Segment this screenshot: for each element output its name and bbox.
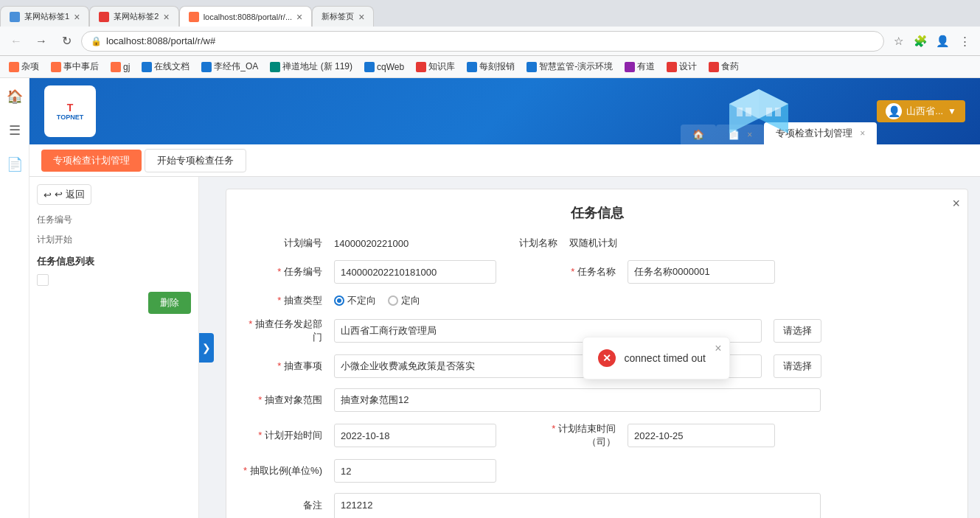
back-button[interactable]: ↩ ↩ 返回	[37, 184, 91, 205]
check-item-select-button[interactable]: 请选择	[774, 354, 821, 378]
table-checkbox-header[interactable]	[37, 274, 49, 286]
menu-icon[interactable]: ⋮	[955, 32, 974, 51]
value-plan-name: 双随机计划	[569, 237, 617, 250]
bookmark-youdao[interactable]: 有道	[622, 59, 658, 74]
label-check-type: * 抽查类型	[241, 294, 322, 307]
form-row-plan: 计划编号 14000020221000 计划名称 双随机计划	[241, 237, 953, 250]
input-notes[interactable]: 121212	[334, 493, 821, 518]
radio-budingxiang[interactable]: 不定向	[334, 294, 376, 307]
browser-bookmarks: 杂项 事中事后 gj 在线文档 李经伟_OA 禅道地址 (新 119) cqWe…	[0, 56, 980, 78]
sidebar-icon-doc[interactable]: 📄	[4, 153, 26, 175]
top-nav: T TOPNET 🏠 📄 × 专项检查计划管理 ×	[29, 78, 980, 144]
bookmark-icon-cqweb	[364, 62, 375, 72]
error-toast: × ✕ connect timed out	[583, 337, 730, 379]
form-row-time: * 计划开始时间 * 计划结束时间（司）	[241, 422, 953, 449]
label-notes: 备注	[241, 493, 322, 512]
star-icon[interactable]: ☆	[889, 32, 908, 51]
bookmark-zhihui[interactable]: 智慧监管-演示环境	[524, 59, 616, 74]
tab-label-1: 某网站标签1	[24, 11, 69, 22]
dept-select-button[interactable]: 请选择	[774, 319, 821, 343]
extensions-icon[interactable]: 🧩	[911, 32, 930, 51]
input-target-range[interactable]	[334, 388, 821, 412]
bookmark-zhishi[interactable]: 知识库	[413, 59, 458, 74]
browser-chrome: 某网站标签1 × 某网站标签2 × localhost:8088/portal/…	[0, 0, 980, 78]
required-star-et: *	[552, 423, 555, 434]
radio-circle-selected	[334, 295, 344, 306]
user-icon: 👤	[886, 103, 902, 119]
reload-button[interactable]: ↻	[56, 31, 77, 52]
bookmark-cqweb[interactable]: cqWeb	[361, 60, 407, 74]
input-task-number[interactable]	[334, 260, 496, 284]
tab-close-1[interactable]: ×	[74, 11, 80, 23]
bookmark-icon-shiyao	[709, 62, 719, 72]
user-area[interactable]: 👤 山西省... ▼	[877, 100, 965, 122]
tab-close-2[interactable]: ×	[163, 11, 169, 23]
browser-tab-3[interactable]: localhost:8088/portal/r/... ×	[179, 6, 313, 27]
bookmark-wenzhang[interactable]: 在线文档	[139, 59, 192, 74]
bookmark-shiyao[interactable]: 食药	[706, 59, 742, 74]
required-star-tr: *	[258, 394, 262, 405]
radio-circle-unselected	[388, 295, 398, 306]
sub-nav-btn-jihua[interactable]: 专项检查计划管理	[41, 150, 142, 172]
forward-button[interactable]: →	[31, 31, 52, 52]
active-tab-close[interactable]: ×	[860, 128, 865, 139]
input-task-name[interactable]	[628, 260, 775, 284]
tab-close-4[interactable]: ×	[358, 11, 364, 23]
tab-favicon-1	[10, 12, 20, 22]
sub-nav-btn-kaishi[interactable]: 开始专项检查任务	[145, 149, 246, 172]
browser-tab-4[interactable]: 新标签页 ×	[312, 6, 374, 27]
required-star: *	[277, 266, 281, 277]
browser-tab-1[interactable]: 某网站标签1 ×	[0, 6, 89, 27]
label-end-time: * 计划结束时间（司）	[535, 422, 616, 449]
bookmark-shizhong[interactable]: 事中事后	[48, 59, 102, 74]
task-info-panel: × 任务信息 计划编号 14000020221000 计划名称 双随机计划 *	[226, 189, 968, 518]
tab-label-3: localhost:8088/portal/r/...	[204, 13, 292, 21]
input-ratio[interactable]	[334, 459, 496, 483]
nav-tab-active[interactable]: 专项检查计划管理 ×	[764, 122, 877, 144]
list-section-title: 任务信息列表	[37, 255, 191, 268]
sidebar-icon-list[interactable]: ☰	[4, 119, 26, 141]
nav-tab-doc[interactable]: 📄 ×	[716, 125, 764, 144]
required-star-name: *	[571, 266, 574, 277]
bookmark-meike[interactable]: 每刻报销	[464, 59, 518, 74]
back-arrow-icon: ↩	[44, 189, 52, 200]
bookmark-zajian[interactable]: 杂项	[6, 59, 42, 74]
browser-tab-2[interactable]: 某网站标签2 ×	[89, 6, 178, 27]
radio-dingxiang[interactable]: 定向	[388, 294, 420, 307]
bookmark-icon-gj	[111, 62, 121, 72]
bookmark-oa[interactable]: 李经伟_OA	[198, 59, 261, 74]
bookmark-icon-youdao	[625, 62, 635, 72]
bookmark-icon-chanzao	[270, 62, 280, 72]
label-dept: * 抽查任务发起部门	[241, 318, 322, 344]
nav-tab-home[interactable]: 🏠	[681, 125, 716, 144]
browser-actions: ☆ 🧩 👤 ⋮	[889, 32, 974, 51]
bookmark-icon-shizhong	[51, 62, 61, 72]
url-bar[interactable]: 🔒 localhost:8088/portal/r/w#	[81, 31, 884, 52]
delete-button[interactable]: 删除	[148, 292, 191, 314]
bookmark-chanzao[interactable]: 禅道地址 (新 119)	[267, 59, 355, 74]
bookmark-gj[interactable]: gj	[108, 60, 133, 74]
close-panel-icon[interactable]: ×	[952, 197, 960, 210]
profile-icon[interactable]: 👤	[933, 32, 952, 51]
sidebar: 🏠 ☰ 📄	[0, 78, 29, 518]
home-icon: 🏠	[692, 129, 704, 140]
bookmark-sheji[interactable]: 设计	[664, 59, 700, 74]
error-toast-close[interactable]: ×	[715, 342, 721, 355]
tab-label-2: 某网站标签2	[114, 11, 159, 22]
sub-nav: 专项检查计划管理 开始专项检查任务	[29, 144, 980, 177]
doc-tab-close[interactable]: ×	[747, 130, 752, 140]
bookmark-icon-wenzhang	[142, 62, 152, 72]
form-row-check-type: * 抽查类型 不定向 定向	[241, 294, 953, 307]
plan-start-label: 计划开始	[37, 234, 191, 246]
left-panel: ↩ ↩ 返回 任务编号 计划开始 任务信息列表 删除	[29, 177, 199, 518]
label-task-name: * 任务名称	[535, 265, 616, 279]
input-end-time[interactable]	[628, 424, 775, 447]
input-start-time[interactable]	[334, 424, 496, 447]
back-button[interactable]: ←	[6, 31, 27, 52]
value-plan-number: 14000020221000	[334, 238, 409, 249]
bookmark-icon-oa	[201, 62, 212, 72]
error-icon: ✕	[598, 349, 616, 367]
expand-arrow[interactable]: ❯	[199, 333, 214, 363]
sidebar-icon-home[interactable]: 🏠	[4, 85, 26, 108]
tab-close-3[interactable]: ×	[296, 11, 302, 23]
